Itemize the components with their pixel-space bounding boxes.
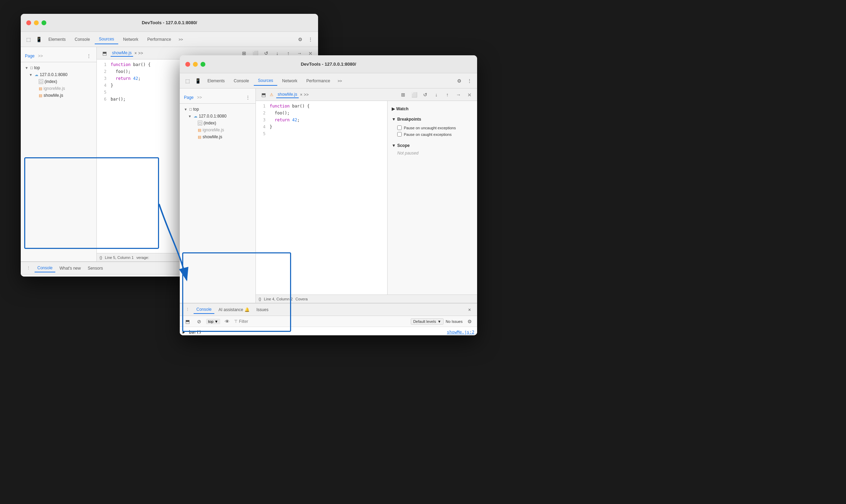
tree-item-host-2[interactable]: ▼ ☁ 127.0.0.1:8080: [180, 113, 255, 120]
tab-elements-1[interactable]: Elements: [44, 35, 70, 44]
step-right-icon-2[interactable]: →: [454, 90, 463, 100]
tree-item-ignore-1[interactable]: ▤ ignoreMe.js: [21, 85, 96, 92]
watch-section: ▶ Watch: [388, 104, 477, 114]
pause-caught-row: Pause on caught exceptions: [397, 131, 473, 138]
tab-console-2[interactable]: Console: [230, 76, 253, 85]
main-toolbar-2: ⬚ 📱 Elements Console Sources Network Per…: [180, 73, 477, 88]
device-icon[interactable]: 📱: [34, 35, 44, 44]
console-sidebar-icon-2[interactable]: ⬒: [183, 317, 192, 326]
tab-sources-1[interactable]: Sources: [95, 35, 118, 44]
top-selector-2[interactable]: top ▼: [206, 319, 220, 324]
not-paused-label: Not paused: [392, 149, 473, 157]
settings-icon-2[interactable]: ⚙: [454, 76, 464, 86]
tab-sources-2[interactable]: Sources: [254, 76, 277, 86]
close-file-icon-2[interactable]: ×: [300, 92, 303, 97]
pause-uncaught-checkbox[interactable]: [397, 125, 402, 130]
tab-performance-1[interactable]: Performance: [143, 35, 175, 44]
more-tabs-icon-1[interactable]: >>: [176, 35, 186, 44]
toggle-sidebar-icon-1[interactable]: ⬒: [100, 48, 109, 58]
close-button-1[interactable]: [26, 20, 31, 25]
step-down-icon-2[interactable]: ↓: [431, 90, 441, 100]
open-file-tab-2[interactable]: showMe.js: [276, 91, 299, 98]
tree-item-showme-2[interactable]: ▤ showMe.js: [180, 133, 255, 140]
tab-network-2[interactable]: Network: [278, 76, 301, 85]
watch-header[interactable]: ▶ Watch: [392, 105, 473, 113]
tab-network-1[interactable]: Network: [119, 35, 142, 44]
open-file-tab-1[interactable]: showMe.js: [111, 50, 133, 57]
file-icon-ignore-1: ▤: [39, 86, 42, 91]
more-options-icon-1[interactable]: ⋮: [306, 35, 315, 44]
tab-performance-2[interactable]: Performance: [302, 76, 334, 85]
tree-item-showme-1[interactable]: ▤ showMe.js: [21, 92, 96, 99]
console-sidebar-icon-1[interactable]: ⬒: [24, 275, 33, 277]
close-file-icon-1[interactable]: ×: [134, 51, 137, 56]
editor-toolbar-2: ⬒ ⚠ showMe.js × >> ⊞ ⬜ ↺ ↓ ↑ → ⤬: [256, 88, 477, 101]
more-tabs-icon-2[interactable]: >>: [335, 76, 345, 86]
tab-elements-2[interactable]: Elements: [203, 76, 229, 85]
more-files-icon-2[interactable]: >>: [304, 92, 309, 97]
default-levels-selector[interactable]: Default levels ▼: [411, 318, 444, 325]
main-toolbar-1: ⬚ 📱 Elements Console Sources Network Per…: [21, 32, 318, 47]
minimize-button-2[interactable]: [193, 62, 198, 67]
more-files-icon-1[interactable]: >>: [138, 51, 143, 56]
console-tab-issues-2[interactable]: Issues: [254, 306, 271, 314]
devtools-window-2: DevTools - 127.0.0.1:8080/ ⬚ 📱 Elements …: [180, 55, 477, 335]
tree-label-showme-2: showMe.js: [203, 134, 222, 139]
close-button-2[interactable]: [185, 62, 190, 67]
maximize-button-1[interactable]: [41, 20, 46, 25]
console-dots-icon-2[interactable]: ⋮: [183, 305, 192, 315]
settings-icon-1[interactable]: ⚙: [295, 35, 305, 44]
scope-header[interactable]: ▼ Scope: [392, 142, 473, 149]
page-tab-2[interactable]: Page: [183, 94, 195, 101]
breakpoints-header[interactable]: ▼ Breakpoints: [392, 115, 473, 123]
step-up-icon-2[interactable]: ↑: [443, 90, 452, 100]
inspect-icon[interactable]: ⬚: [24, 35, 33, 44]
tree-label-ignore-1: ignoreMe.js: [44, 86, 65, 91]
console-tab-ai-2[interactable]: AI assistance 🔔: [216, 306, 252, 314]
inspect-icon-2[interactable]: ⬚: [183, 76, 192, 86]
file-tree-1: ▼ □ top ▼ ☁ 127.0.0.1:8080 □ (index) ▤: [21, 62, 96, 101]
tree-item-index-2[interactable]: □ (index): [180, 120, 255, 127]
tree-item-index-1[interactable]: □ (index): [21, 78, 96, 85]
tree-item-top-1[interactable]: ▼ □ top: [21, 64, 96, 71]
minimize-button-1[interactable]: [34, 20, 39, 25]
code-editor-2: 1 function bar() { 2 foo(); 3 return 42;…: [256, 101, 387, 295]
filter-area-2[interactable]: ⊤ Filter: [234, 319, 248, 324]
breakpoints-content: Pause on uncaught exceptions Pause on ca…: [392, 123, 473, 139]
console-tab-whatsnew-1[interactable]: What's new: [57, 264, 84, 272]
sidebar-sync-icon[interactable]: ⋮: [84, 51, 94, 61]
devtools-body-2: Page >> ⋮ ▼ □ top ▼ ☁ 127.0.0.1:8080: [180, 88, 477, 303]
console-tab-console-1[interactable]: Console: [35, 264, 55, 272]
device-icon-2[interactable]: 📱: [193, 76, 203, 86]
console-tab-console-2[interactable]: Console: [194, 306, 214, 314]
sidebar-sync-icon-2[interactable]: ⋮: [243, 93, 253, 102]
sidebar-more-2[interactable]: >>: [196, 95, 203, 100]
page-tab-1[interactable]: Page: [24, 53, 36, 59]
console-tab-sensors-1[interactable]: Sensors: [85, 264, 106, 272]
console-settings-icon-2[interactable]: ⚙: [465, 317, 474, 326]
console-dots-icon-1[interactable]: ⋮: [24, 263, 33, 273]
tree-label-index-1: (index): [45, 79, 57, 84]
tree-item-ignore-2[interactable]: ▤ ignoreMe.js: [180, 127, 255, 133]
close-console-icon-2[interactable]: ×: [465, 305, 474, 315]
code-right-wrapper: 1 function bar() { 2 foo(); 3 return 42;…: [256, 101, 477, 295]
sidebar-more-1[interactable]: >>: [37, 54, 44, 58]
console-block-icon-1[interactable]: ⊘: [35, 275, 45, 277]
console-block-icon-2[interactable]: ⊘: [194, 317, 204, 326]
console-tabs-2: ⋮ Console AI assistance 🔔 Issues ×: [180, 304, 477, 316]
tab-console-1[interactable]: Console: [71, 35, 94, 44]
maximize-button-2[interactable]: [201, 62, 205, 67]
tree-item-top-2[interactable]: ▼ □ top: [180, 106, 255, 113]
deactivate-icon-2[interactable]: ⤬: [465, 90, 474, 100]
entry-link-showme-2[interactable]: showMe.js:2: [447, 330, 474, 335]
console-eye-icon-2[interactable]: 👁: [222, 317, 232, 326]
expand-arrow-2[interactable]: ▶: [183, 330, 185, 335]
activate-breakpoints-2[interactable]: ⊞: [398, 90, 408, 100]
tree-item-host-1[interactable]: ▼ ☁ 127.0.0.1:8080: [21, 71, 96, 78]
pause-caught-checkbox[interactable]: [397, 132, 402, 137]
console-eye-icon-1[interactable]: 👁: [63, 275, 73, 277]
split-icon-2[interactable]: ⬜: [409, 90, 419, 100]
toggle-sidebar-icon-2[interactable]: ⬒: [259, 90, 268, 100]
more-options-icon-2[interactable]: ⋮: [465, 76, 474, 86]
refresh-icon-2[interactable]: ↺: [420, 90, 430, 100]
